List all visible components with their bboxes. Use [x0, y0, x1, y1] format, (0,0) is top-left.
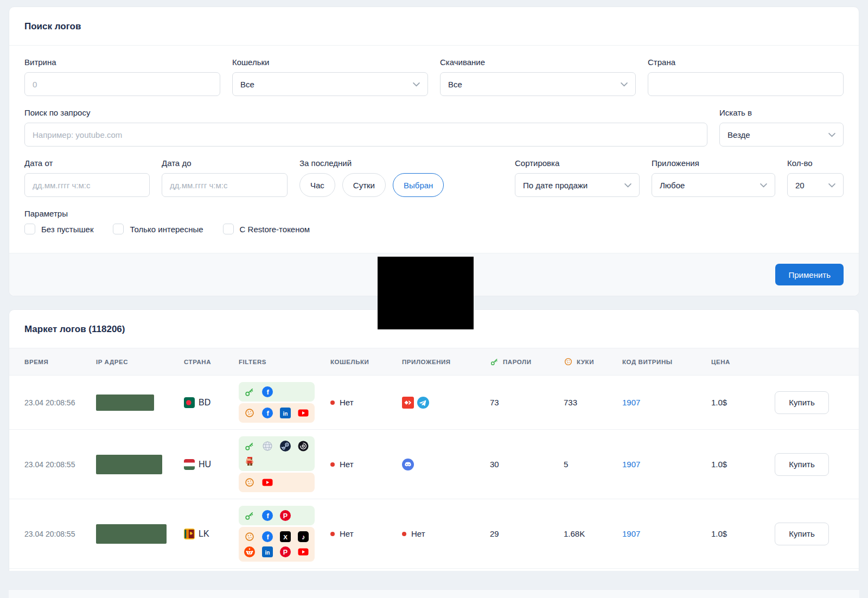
apps-select-value: Любое	[660, 181, 685, 190]
row-country: HU	[184, 459, 239, 470]
params-label: Параметры	[24, 209, 844, 218]
query-input[interactable]	[24, 123, 707, 147]
sort-select[interactable]: По дате продажи	[515, 173, 640, 197]
col-country: Страна	[184, 359, 239, 365]
svg-text:f: f	[267, 512, 270, 520]
sort-label: Сортировка	[515, 158, 640, 168]
filters-passwords-chip	[239, 436, 315, 471]
apps-select[interactable]: Любое	[652, 173, 775, 197]
key-icon	[244, 441, 255, 451]
pinterest-icon: P	[280, 510, 291, 521]
cookie-icon	[244, 531, 255, 542]
discord-icon	[402, 459, 414, 470]
col-wallets: Кошельки	[330, 359, 402, 365]
row-passwords-count: 29	[490, 529, 564, 538]
col-filters: Filters	[239, 359, 330, 365]
filters-cookies-chip: fX♪♪♪inP	[239, 527, 315, 562]
table-row: 23.04 20:08:55 LK fP fX♪♪♪inP Нет Нет 29…	[9, 499, 859, 569]
filters-passwords-chip: f	[239, 382, 315, 402]
buy-button[interactable]: Купить	[775, 391, 829, 414]
row-filters: fP fX♪♪♪inP	[239, 506, 330, 562]
status-dot-red	[402, 532, 406, 536]
last-period-label: За последний	[299, 158, 449, 168]
row-time: 23.04 20:08:55	[24, 530, 96, 538]
period-selected-button[interactable]: Выбран	[393, 173, 444, 197]
search-in-select[interactable]: Везде	[719, 123, 844, 147]
row-apps	[402, 459, 490, 470]
vitrina-label: Витрина	[24, 58, 220, 67]
row-passwords-count: 73	[490, 398, 564, 407]
checkbox-restore-token[interactable]	[223, 224, 234, 234]
apply-button[interactable]: Применить	[775, 264, 844, 285]
svg-text:f: f	[267, 388, 270, 396]
chevron-down-icon	[413, 82, 420, 87]
row-cookies-count: 5	[564, 460, 622, 469]
table-row: 23.04 20:08:56 BD f fin Нет 73 733 1907 …	[9, 376, 859, 430]
svg-text:P: P	[283, 512, 288, 520]
row-price: 1.0$	[711, 460, 775, 469]
col-price: Цена	[711, 359, 775, 365]
steam-icon	[280, 441, 291, 451]
shop-code-link[interactable]: 1907	[622, 398, 640, 407]
search-title: Поиск логов	[9, 7, 859, 46]
table-row: 23.04 20:08:55 HU Нет 30 5 1907 1.0$ Куп…	[9, 430, 859, 499]
youtube-icon	[262, 477, 273, 488]
row-time: 23.04 20:08:55	[24, 460, 96, 469]
cookie-icon	[564, 357, 573, 366]
country-input[interactable]	[648, 72, 844, 96]
checkbox-interesting[interactable]	[113, 224, 124, 234]
download-select-value: Все	[448, 80, 462, 89]
row-filters: f fin	[239, 382, 330, 423]
svg-text:f: f	[267, 409, 270, 417]
count-select[interactable]: 20	[787, 173, 844, 197]
svg-text:X: X	[283, 534, 288, 540]
svg-text:in: in	[283, 411, 288, 417]
flag-lk-icon	[184, 529, 195, 539]
col-cookies: Куки	[564, 357, 622, 366]
last-period-group: За последний Час Сутки Выбран	[299, 158, 449, 197]
chevron-down-icon	[621, 82, 628, 87]
download-select[interactable]: Все	[440, 72, 636, 96]
row-cookies-count: 1.68K	[564, 529, 622, 538]
buy-button[interactable]: Купить	[775, 523, 829, 545]
shop-code-link[interactable]: 1907	[622, 460, 640, 469]
date-to-field-group: Дата до	[162, 158, 288, 197]
svg-text:P: P	[283, 549, 288, 556]
tiktok-icon: ♪♪♪	[298, 531, 309, 542]
game-pixel-icon	[244, 456, 255, 467]
flag-bd-icon	[184, 397, 195, 408]
linkedin-icon: in	[262, 546, 273, 557]
status-dot-red	[330, 462, 335, 467]
sort-field-group: Сортировка По дате продажи	[515, 158, 640, 197]
market-card: Маркет логов (118206) Время IP адрес Стр…	[9, 309, 859, 571]
chevron-down-icon	[760, 183, 767, 188]
facebook-icon: f	[262, 531, 273, 542]
filters-passwords-chip: fP	[239, 506, 315, 525]
param-restore-token: С Restore-токеном	[223, 224, 310, 234]
apps-label: Приложения	[652, 158, 775, 168]
checkbox-no-empty[interactable]	[24, 224, 35, 234]
globe-icon	[262, 441, 273, 451]
row-price: 1.0$	[711, 398, 775, 407]
vitrina-input[interactable]	[24, 72, 220, 96]
buy-button[interactable]: Купить	[775, 453, 829, 476]
shop-code-link[interactable]: 1907	[622, 529, 640, 538]
linkedin-icon: in	[280, 408, 291, 418]
period-day-button[interactable]: Сутки	[342, 173, 386, 197]
date-to-input[interactable]	[162, 173, 288, 197]
date-from-input[interactable]	[24, 173, 150, 197]
row-time: 23.04 20:08:56	[24, 398, 96, 407]
row-price: 1.0$	[711, 529, 775, 538]
row-wallets-status: Нет	[330, 398, 402, 407]
facebook-icon: f	[262, 510, 273, 521]
svg-text:♪: ♪	[302, 533, 305, 541]
key-icon	[490, 357, 499, 366]
ip-redacted-bar	[96, 524, 167, 544]
vitrina-field-group: Витрина	[24, 58, 220, 96]
wallets-select[interactable]: Все	[232, 72, 428, 96]
query-field-group: Поиск по запросу	[24, 108, 707, 147]
row-filters	[239, 436, 330, 492]
period-hour-button[interactable]: Час	[299, 173, 335, 197]
key-icon	[244, 386, 255, 397]
search-in-field-group: Искать в Везде	[719, 108, 844, 147]
